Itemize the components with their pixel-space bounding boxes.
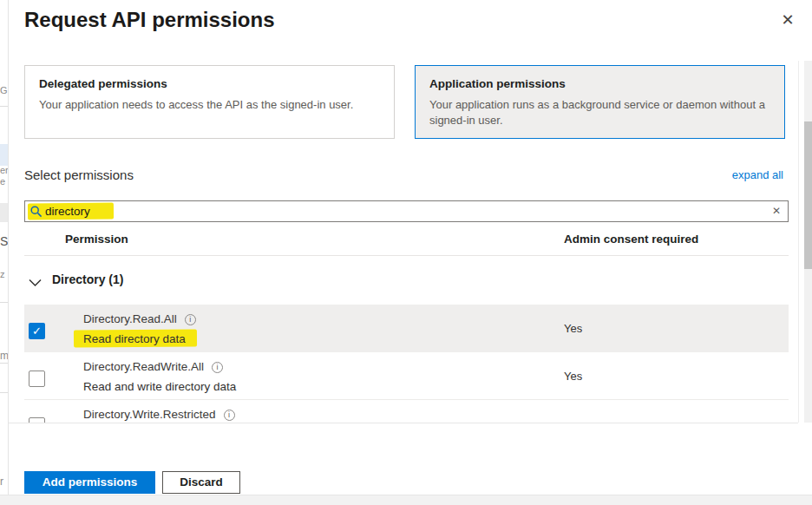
background-text-fragment: er [0,165,9,175]
discard-button[interactable]: Discard [162,471,240,494]
column-header-admin-consent: Admin consent required [564,233,698,246]
select-permissions-heading: Select permissions [24,167,134,182]
scrollbar-thumb[interactable] [804,121,812,269]
background-text-fragment: Si [0,234,9,248]
card-title: Application permissions [429,77,770,90]
background-selected-item [0,144,9,166]
page-title: Request API permissions [24,8,275,32]
divider [798,61,799,423]
search-input[interactable]: directory ✕ [24,200,789,222]
card-description: Your application runs as a background se… [429,97,770,128]
permission-description: Read directory data [83,332,186,345]
checkbox-unchecked[interactable] [29,371,45,387]
add-permissions-button[interactable]: Add permissions [24,471,155,494]
table-row-directory-write-restricted[interactable]: Directory.Write.Restricted [24,400,789,423]
background-divider [0,363,9,364]
permission-name: Directory.Read.All [83,312,196,325]
chevron-down-icon [29,275,42,291]
background-text-fragment: r [0,475,3,488]
page-bottom-edge [0,495,812,505]
info-icon[interactable] [212,362,223,373]
background-list-item [0,203,9,222]
group-label: Directory (1) [52,272,123,286]
background-text-fragment: G [0,85,8,95]
info-icon[interactable] [224,410,235,421]
admin-consent-value: Yes [564,322,582,335]
checkbox-checked[interactable]: ✓ [29,323,45,339]
background-text-fragment: e [0,176,5,187]
background-divider [0,392,9,393]
card-description: Your application needs to access the API… [39,97,380,113]
scrollbar[interactable] [804,61,812,423]
card-title: Delegated permissions [39,77,380,90]
permission-name: Directory.Write.Restricted [83,408,235,421]
request-api-permissions-panel: G er e Si z m r Request API permissions … [0,0,812,505]
checkmark-icon: ✓ [32,325,42,338]
background-text-fragment: z [0,269,5,279]
background-divider [0,106,9,107]
search-icon [30,206,43,221]
search-value: directory [45,205,90,218]
permissions-list: ✓ Directory.Read.All Read directory data… [24,305,789,423]
divider [9,423,798,423]
application-permissions-card[interactable]: Application permissions Your application… [415,65,785,139]
table-row-directory-read-all[interactable]: ✓ Directory.Read.All Read directory data… [24,305,789,352]
background-text-fragment: m [0,350,9,362]
divider [24,255,789,256]
background-divider [0,302,9,303]
background-page-edge: G er e Si z m r [0,0,9,505]
clear-search-icon[interactable]: ✕ [772,205,781,217]
delegated-permissions-card[interactable]: Delegated permissions Your application n… [24,65,395,139]
admin-consent-value: Yes [564,370,582,383]
close-icon[interactable]: ✕ [777,10,798,30]
permission-description: Read and write directory data [83,380,236,393]
permission-name: Directory.ReadWrite.All [83,360,223,373]
column-header-permission: Permission [65,233,128,246]
expand-all-link[interactable]: expand all [732,168,783,181]
table-row-directory-readwrite-all[interactable]: Directory.ReadWrite.All Read and write d… [24,352,789,400]
info-icon[interactable] [185,314,196,325]
